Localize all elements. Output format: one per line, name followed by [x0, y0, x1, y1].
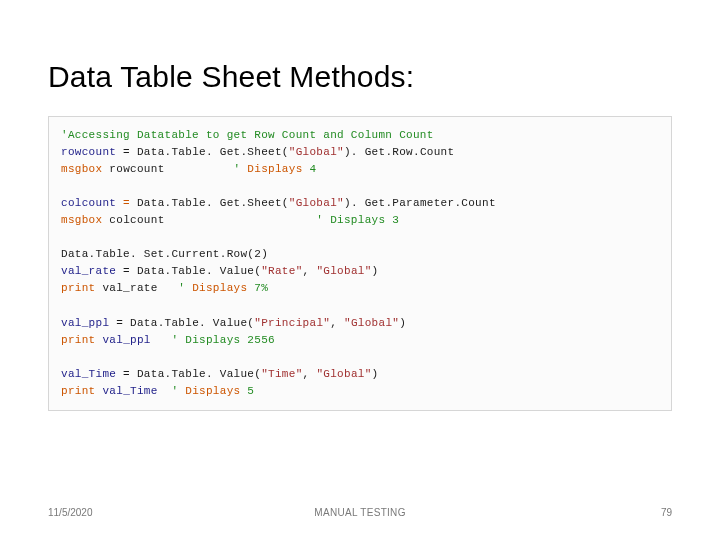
code-token: rowcount [102, 163, 233, 175]
footer-date: 11/5/2020 [48, 507, 93, 518]
code-token: , [303, 265, 317, 277]
code-string: "Global" [316, 265, 371, 277]
code-token: val_rate [96, 282, 179, 294]
code-token: = [116, 197, 137, 209]
footer-page-number: 79 [661, 507, 672, 518]
code-comment: 'Accessing Datatable to get Row Count an… [61, 129, 434, 141]
code-comment: ' Displays 2556 [151, 334, 275, 346]
code-number: 4 [303, 163, 317, 175]
code-keyword: Displays [185, 385, 240, 397]
code-comment: ' [234, 163, 248, 175]
code-token: ) [372, 265, 379, 277]
slide-footer: 11/5/2020 MANUAL TESTING 79 [48, 507, 672, 518]
code-token: Data.Table. Set.Current.Row(2) [61, 248, 268, 260]
code-string: "Global" [344, 317, 399, 329]
code-token: ). Get.Row.Count [344, 146, 454, 158]
code-token: , [303, 368, 317, 380]
code-number: 7% [247, 282, 268, 294]
code-comment: ' Displays 3 [316, 214, 399, 226]
code-token: colcount [102, 214, 316, 226]
code-token: val_ppl [61, 317, 109, 329]
code-string: "Principal" [254, 317, 330, 329]
code-token: = Data.Table. Value( [116, 265, 261, 277]
code-string: "Global" [316, 368, 371, 380]
code-token: colcount [61, 197, 116, 209]
code-token: rowcount [61, 146, 116, 158]
code-token: val_ppl [102, 334, 150, 346]
code-token: ). Get.Parameter.Count [344, 197, 496, 209]
code-token: val_Time [61, 368, 116, 380]
code-token: val_rate [61, 265, 116, 277]
code-token: val_Time [102, 385, 157, 397]
code-token: = Data.Table. Value( [116, 368, 261, 380]
code-block: 'Accessing Datatable to get Row Count an… [48, 116, 672, 411]
code-string: "Global" [289, 146, 344, 158]
page-title: Data Table Sheet Methods: [48, 60, 672, 94]
code-comment: ' [158, 385, 186, 397]
slide: Data Table Sheet Methods: 'Accessing Dat… [0, 0, 720, 540]
code-string: "Time" [261, 368, 302, 380]
code-comment: ' [178, 282, 192, 294]
code-keyword: msgbox [61, 214, 102, 226]
code-token: , [330, 317, 344, 329]
code-keyword: Displays [247, 163, 302, 175]
code-keyword: print [61, 334, 102, 346]
footer-label: MANUAL TESTING [48, 507, 672, 518]
code-token: Data.Table. Value( [130, 317, 254, 329]
code-token: Data.Table. Get.Sheet( [137, 197, 289, 209]
code-number: 5 [240, 385, 254, 397]
code-keyword: print [61, 385, 102, 397]
code-keyword: msgbox [61, 163, 102, 175]
code-keyword: print [61, 282, 96, 294]
code-token: = Data.Table. Get.Sheet( [116, 146, 289, 158]
code-token: ) [399, 317, 406, 329]
code-string: "Rate" [261, 265, 302, 277]
code-keyword: Displays [192, 282, 247, 294]
code-string: "Global" [289, 197, 344, 209]
code-token: ) [372, 368, 379, 380]
code-token: = [109, 317, 130, 329]
